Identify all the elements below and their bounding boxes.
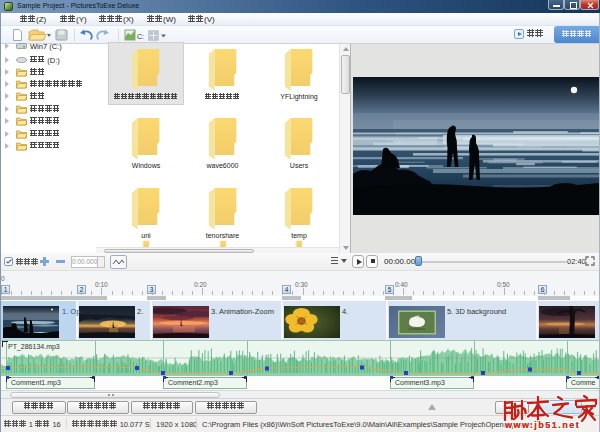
svg-text:C:: C: <box>137 33 144 40</box>
svg-text:www.jb51.net: www.jb51.net <box>504 420 580 430</box>
